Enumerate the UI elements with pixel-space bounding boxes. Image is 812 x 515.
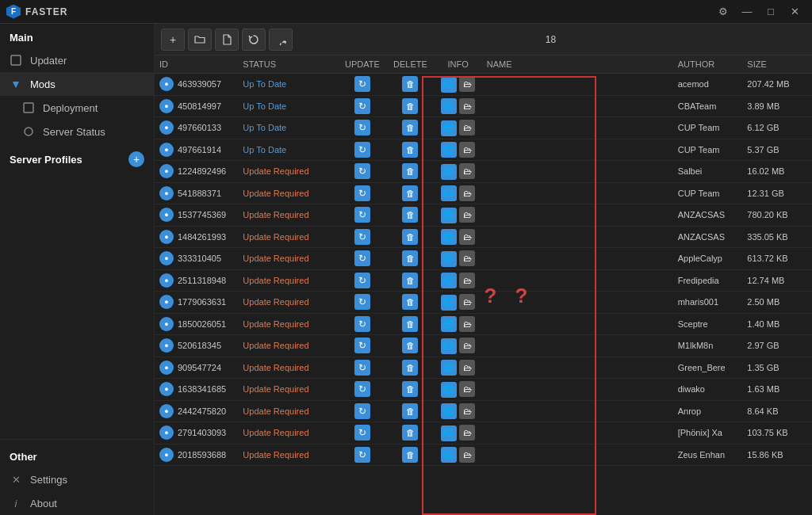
cell-update[interactable]: ↻ <box>338 117 386 139</box>
cell-delete[interactable]: 🗑 <box>386 357 434 379</box>
sidebar-item-updater[interactable]: Updater <box>0 48 154 72</box>
cell-update[interactable]: ↻ <box>338 95 386 117</box>
info-icon[interactable]: 🌐 <box>441 360 457 376</box>
delete-icon[interactable]: 🗑 <box>402 294 418 310</box>
info-icon[interactable]: 🌐 <box>441 77 457 93</box>
cell-delete[interactable]: 🗑 <box>386 269 434 292</box>
cell-delete[interactable]: 🗑 <box>386 182 434 204</box>
cell-delete[interactable]: 🗑 <box>386 292 434 314</box>
info-icon[interactable]: 🌐 <box>441 295 457 311</box>
mods-table-container[interactable]: ID STATUS UPDATE DELETE INFO NAME AUTHOR… <box>155 55 812 515</box>
add-profile-button[interactable]: + <box>128 151 144 167</box>
cell-info[interactable]: 🌐 🗁 <box>434 422 481 444</box>
update-icon[interactable]: ↻ <box>354 316 370 332</box>
folder-icon[interactable]: 🗁 <box>459 381 475 397</box>
sidebar-item-settings[interactable]: ✕ Settings <box>0 467 154 491</box>
delete-icon[interactable]: 🗑 <box>402 120 418 135</box>
cell-update[interactable]: ↻ <box>338 335 386 357</box>
folder-icon[interactable]: 🗁 <box>459 229 475 245</box>
cell-update[interactable]: ↻ <box>338 292 386 314</box>
delete-icon[interactable]: 🗑 <box>402 185 418 201</box>
cell-delete[interactable]: 🗑 <box>386 204 434 227</box>
cell-update[interactable]: ↻ <box>338 226 386 248</box>
cell-info[interactable]: 🌐 🗁 <box>434 292 481 314</box>
folder-icon[interactable]: 🗁 <box>459 142 475 158</box>
info-icon[interactable]: 🌐 <box>441 425 457 441</box>
update-icon[interactable]: ↻ <box>354 381 370 397</box>
delete-icon[interactable]: 🗑 <box>402 98 418 114</box>
cell-info[interactable]: 🌐 🗁 <box>434 226 481 248</box>
close-btn[interactable]: ✕ <box>783 3 806 21</box>
cell-delete[interactable]: 🗑 <box>386 400 434 422</box>
cell-info[interactable]: 🌐 🗁 <box>434 400 481 422</box>
sidebar-item-mods[interactable]: ▼ Mods <box>0 72 154 96</box>
info-icon[interactable]: 🌐 <box>441 403 457 419</box>
cell-delete[interactable]: 🗑 <box>386 161 434 183</box>
delete-icon[interactable]: 🗑 <box>402 229 418 245</box>
update-icon[interactable]: ↻ <box>354 163 370 179</box>
sidebar-item-about[interactable]: i About <box>0 491 154 515</box>
update-icon[interactable]: ↻ <box>354 294 370 310</box>
cell-update[interactable]: ↻ <box>338 269 386 292</box>
cell-update[interactable]: ↻ <box>338 74 386 96</box>
cell-update[interactable]: ↻ <box>338 204 386 227</box>
update-icon[interactable]: ↻ <box>354 250 370 266</box>
folder-icon[interactable]: 🗁 <box>459 207 475 223</box>
delete-icon[interactable]: 🗑 <box>402 273 418 288</box>
update-icon[interactable]: ↻ <box>354 98 370 114</box>
delete-icon[interactable]: 🗑 <box>402 403 418 419</box>
update-icon[interactable]: ↻ <box>354 425 370 441</box>
update-icon[interactable]: ↻ <box>354 273 370 288</box>
cell-delete[interactable]: 🗑 <box>386 117 434 139</box>
delete-icon[interactable]: 🗑 <box>402 360 418 376</box>
sidebar-item-server-status[interactable]: Server Status <box>0 120 154 143</box>
folder-icon[interactable]: 🗁 <box>459 403 475 419</box>
cell-delete[interactable]: 🗑 <box>386 248 434 270</box>
update-icon[interactable]: ↻ <box>354 447 370 463</box>
delete-icon[interactable]: 🗑 <box>402 163 418 179</box>
cell-info[interactable]: 🌐 🗁 <box>434 269 481 292</box>
minimize-btn[interactable]: — <box>736 3 758 21</box>
info-icon[interactable]: 🌐 <box>441 338 457 354</box>
cell-info[interactable]: 🌐 🗁 <box>434 74 481 96</box>
settings-btn[interactable]: ⚙ <box>712 3 734 21</box>
info-icon[interactable]: 🌐 <box>441 382 457 398</box>
cell-delete[interactable]: 🗑 <box>386 139 434 161</box>
cell-info[interactable]: 🌐 🗁 <box>434 335 481 357</box>
cell-delete[interactable]: 🗑 <box>386 422 434 444</box>
folder-icon[interactable]: 🗁 <box>459 425 475 441</box>
maximize-btn[interactable]: □ <box>760 3 782 21</box>
cell-info[interactable]: 🌐 🗁 <box>434 313 481 335</box>
folder-icon[interactable]: 🗁 <box>459 316 475 332</box>
cell-info[interactable]: 🌐 🗁 <box>434 139 481 161</box>
info-icon[interactable]: 🌐 <box>441 273 457 288</box>
folder-icon[interactable]: 🗁 <box>459 163 475 179</box>
info-icon[interactable]: 🌐 <box>441 120 457 136</box>
info-icon[interactable]: 🌐 <box>441 164 457 180</box>
folder-icon[interactable]: 🗁 <box>459 185 475 201</box>
folder-icon[interactable]: 🗁 <box>459 273 475 288</box>
cell-update[interactable]: ↻ <box>338 422 386 444</box>
delete-icon[interactable]: 🗑 <box>402 447 418 463</box>
folder-button[interactable] <box>188 29 212 51</box>
cell-info[interactable]: 🌐 🗁 <box>434 248 481 270</box>
cell-update[interactable]: ↻ <box>338 139 386 161</box>
delete-icon[interactable]: 🗑 <box>402 250 418 266</box>
update-icon[interactable]: ↻ <box>354 338 370 353</box>
cell-delete[interactable]: 🗑 <box>386 95 434 117</box>
cell-info[interactable]: 🌐 🗁 <box>434 357 481 379</box>
folder-icon[interactable]: 🗁 <box>459 250 475 266</box>
update-icon[interactable]: ↻ <box>354 207 370 223</box>
delete-icon[interactable]: 🗑 <box>402 76 418 92</box>
cell-info[interactable]: 🌐 🗁 <box>434 444 481 466</box>
cell-update[interactable]: ↻ <box>338 357 386 379</box>
add-button[interactable]: + <box>161 29 185 51</box>
cell-delete[interactable]: 🗑 <box>386 335 434 357</box>
info-icon[interactable]: 🌐 <box>441 185 457 201</box>
cell-update[interactable]: ↻ <box>338 248 386 270</box>
info-icon[interactable]: 🌐 <box>441 251 457 267</box>
cell-update[interactable]: ↻ <box>338 400 386 422</box>
cell-info[interactable]: 🌐 🗁 <box>434 204 481 227</box>
file-button[interactable] <box>215 29 239 51</box>
info-icon[interactable]: 🌐 <box>441 142 457 158</box>
